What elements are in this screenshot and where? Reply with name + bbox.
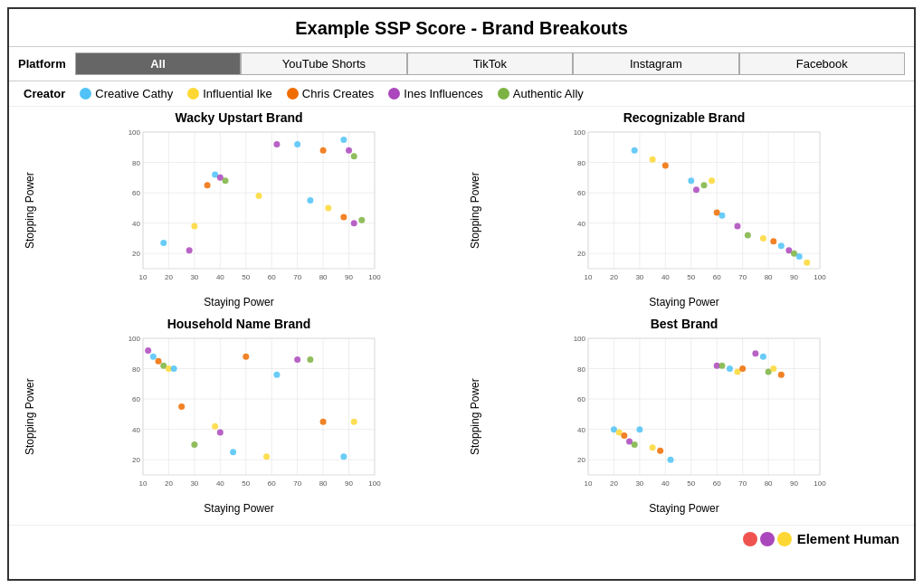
chart-title-3: Best Brand — [469, 317, 899, 331]
svg-text:50: 50 — [242, 273, 250, 281]
svg-text:20: 20 — [577, 456, 585, 464]
svg-text:90: 90 — [790, 273, 798, 281]
svg-text:40: 40 — [661, 479, 670, 488]
svg-text:70: 70 — [738, 479, 747, 488]
svg-point-188 — [668, 457, 674, 463]
x-axis-label-3: Staying Power — [469, 502, 899, 515]
svg-text:100: 100 — [814, 273, 826, 281]
legend-item-4: Authentic Ally — [498, 87, 584, 100]
legend-name-4: Authentic Ally — [513, 87, 584, 100]
svg-text:80: 80 — [765, 273, 773, 281]
svg-text:30: 30 — [635, 273, 643, 281]
svg-point-89 — [718, 213, 725, 219]
svg-point-90 — [734, 223, 740, 230]
platform-label: Platform — [18, 57, 66, 71]
svg-text:90: 90 — [345, 273, 353, 281]
x-axis-label-1: Staying Power — [469, 296, 899, 308]
svg-point-98 — [804, 260, 810, 266]
svg-point-82 — [650, 156, 656, 163]
svg-point-197 — [770, 365, 776, 372]
svg-text:100: 100 — [368, 273, 381, 281]
svg-rect-0 — [143, 132, 375, 269]
svg-point-182 — [621, 432, 627, 439]
chart-2: Household Name BrandStopping Power102030… — [16, 317, 462, 523]
logo-dot-0 — [743, 532, 757, 546]
svg-text:10: 10 — [585, 479, 593, 488]
legend-item-2: Chris Creates — [287, 87, 374, 100]
svg-point-97 — [796, 253, 803, 260]
chart-title-0: Wacky Upstart Brand — [24, 110, 454, 125]
svg-point-140 — [230, 449, 236, 455]
svg-text:100: 100 — [574, 335, 586, 343]
svg-text:100: 100 — [128, 335, 141, 343]
svg-point-135 — [171, 365, 177, 372]
platform-tab-all[interactable]: All — [75, 52, 241, 75]
svg-point-32 — [191, 223, 197, 230]
y-axis-label-3: Stopping Power — [469, 333, 481, 500]
platform-tab-instagram[interactable]: Instagram — [573, 52, 738, 75]
svg-rect-99 — [143, 338, 375, 475]
y-axis-label-2: Stopping Power — [24, 333, 36, 500]
svg-text:60: 60 — [132, 189, 140, 197]
legend-row: Creator Creative CathyInfluential IkeChr… — [9, 81, 914, 107]
platform-tab-facebook[interactable]: Facebook — [739, 52, 905, 75]
platform-tab-tiktok[interactable]: TikTok — [407, 52, 573, 75]
charts-area: Wacky Upstart BrandStopping Power1020304… — [9, 107, 914, 523]
svg-point-33 — [205, 182, 211, 188]
svg-text:60: 60 — [713, 273, 721, 281]
svg-point-130 — [145, 347, 151, 354]
svg-text:30: 30 — [190, 273, 198, 281]
y-axis-label-0: Stopping Power — [24, 127, 36, 294]
svg-text:40: 40 — [132, 220, 140, 228]
bottom-bar: Element Human — [9, 525, 914, 552]
svg-point-39 — [273, 141, 280, 147]
svg-point-131 — [150, 354, 157, 360]
svg-text:80: 80 — [319, 479, 328, 488]
svg-text:60: 60 — [577, 395, 585, 403]
svg-point-91 — [745, 232, 751, 239]
svg-point-93 — [770, 238, 776, 244]
svg-point-86 — [701, 182, 708, 188]
svg-point-36 — [223, 177, 229, 184]
logo-dots — [743, 532, 792, 546]
svg-text:40: 40 — [216, 273, 224, 281]
scatter-svg-2: 10203040506070809010020406080100 — [38, 333, 454, 500]
svg-text:50: 50 — [242, 479, 250, 488]
svg-text:70: 70 — [293, 273, 301, 281]
svg-text:80: 80 — [132, 159, 140, 167]
svg-text:60: 60 — [268, 273, 276, 281]
svg-point-145 — [307, 356, 313, 363]
svg-point-38 — [256, 193, 262, 199]
svg-point-146 — [320, 419, 327, 425]
svg-point-143 — [273, 372, 280, 378]
svg-text:10: 10 — [585, 273, 593, 281]
svg-point-136 — [178, 403, 185, 410]
svg-point-184 — [632, 441, 638, 448]
svg-point-187 — [657, 448, 663, 454]
svg-point-46 — [325, 204, 331, 211]
svg-text:80: 80 — [577, 365, 585, 374]
svg-text:40: 40 — [216, 479, 224, 488]
svg-point-94 — [778, 242, 785, 249]
legend-dot-1 — [187, 88, 199, 100]
scatter-svg-3: 10203040506070809010020406080100 — [483, 333, 899, 500]
svg-text:30: 30 — [635, 479, 643, 488]
svg-text:20: 20 — [132, 456, 140, 464]
svg-point-40 — [294, 141, 300, 147]
svg-text:100: 100 — [574, 128, 586, 137]
svg-point-83 — [662, 162, 669, 168]
svg-text:20: 20 — [610, 273, 618, 281]
y-axis-label-1: Stopping Power — [469, 127, 481, 294]
legend-label: Creator — [24, 87, 65, 100]
legend-dot-3 — [388, 88, 400, 100]
svg-point-147 — [340, 453, 347, 460]
platform-tab-youtube-shorts[interactable]: YouTube Shorts — [241, 52, 406, 75]
svg-text:80: 80 — [132, 365, 140, 374]
svg-point-148 — [351, 419, 357, 425]
logo-dot-2 — [777, 532, 792, 546]
svg-point-37 — [186, 247, 193, 253]
page-title: Example SSP Score - Brand Breakouts — [9, 9, 914, 47]
legend-item-1: Influential Ike — [187, 87, 272, 100]
svg-point-87 — [709, 177, 715, 184]
svg-text:60: 60 — [577, 189, 585, 197]
